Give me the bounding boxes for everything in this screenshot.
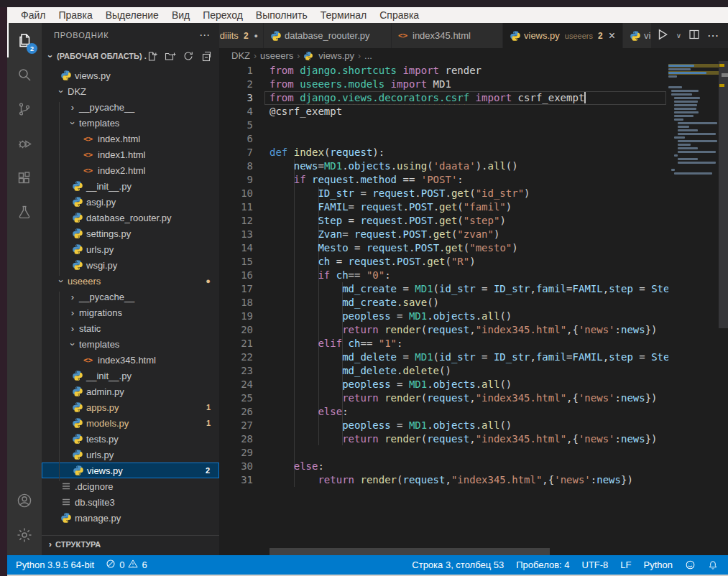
language-mode[interactable]: Python: [644, 559, 673, 570]
tree-item-db-sqlite3[interactable]: db.sqlite3: [42, 494, 219, 510]
tree-item-asgi-py[interactable]: asgi.py: [42, 194, 219, 210]
encoding[interactable]: UTF-8: [582, 559, 609, 570]
breadcrumb-views-py[interactable]: views.py: [303, 50, 354, 61]
code-line-13[interactable]: Zvan= request.POST.get("zvan"): [219, 228, 668, 241]
activity-testing-icon[interactable]: [7, 195, 42, 230]
activity-explorer-icon[interactable]: 2: [7, 23, 42, 57]
tree-item-urls-py[interactable]: urls.py: [42, 241, 219, 257]
tab-database-roouter-py[interactable]: database_roouter.py: [264, 23, 392, 48]
code-line-1[interactable]: from django.shortcuts import render: [219, 64, 668, 78]
tree-item-useeers[interactable]: ›useeers●: [42, 273, 219, 289]
run-python-file-icon[interactable]: [656, 28, 669, 44]
code-line-7[interactable]: def index(request):: [219, 146, 668, 159]
horizontal-scrollbar[interactable]: [269, 548, 550, 555]
code-line-16[interactable]: if ch== "0":: [219, 269, 668, 282]
notifications-bell-icon[interactable]: [708, 560, 718, 570]
code-line-10[interactable]: ID_str = request.POST.get("id_str"): [219, 187, 668, 200]
code-line-14[interactable]: Mesto = request.POST.get("mesto"): [219, 241, 668, 255]
tree-item-migrations[interactable]: ›migrations: [42, 305, 219, 320]
menu-item-правка[interactable]: Правка: [52, 9, 98, 21]
code-line-2[interactable]: from useeers.models import MD1: [219, 78, 668, 91]
code-line-8[interactable]: news=MD1.objects.using('daata').all(): [219, 159, 668, 173]
tree-item-pycache[interactable]: ›__pycache__: [42, 289, 219, 305]
tab-views-py[interactable]: views.pyuseeers2×: [503, 23, 623, 48]
tree-item-settings-py[interactable]: settings.py: [42, 226, 219, 241]
tree-item-manage-py[interactable]: manage.py: [42, 510, 219, 526]
outline-section-header[interactable]: › СТРУКТУРА: [42, 535, 219, 552]
activity-search-icon[interactable]: [7, 57, 42, 92]
tree-item-tests-py[interactable]: tests.py: [42, 431, 219, 447]
code-line-3[interactable]: from django.views.decorators.csrf import…: [219, 91, 668, 105]
new-folder-icon[interactable]: [165, 50, 176, 62]
code-line-21[interactable]: elif ch== "1":: [219, 337, 668, 350]
new-file-icon[interactable]: [147, 50, 158, 62]
code-line-18[interactable]: md_create.save(): [219, 296, 668, 310]
tree-item-index1-html[interactable]: <>index1.html: [42, 147, 219, 162]
breadcrumb-dkz[interactable]: DKZ: [231, 50, 250, 61]
menu-item-переход[interactable]: Переход: [196, 9, 249, 21]
code-line-31[interactable]: return render(request,"index345.html",{'…: [219, 473, 668, 487]
menu-item-файл[interactable]: Файл: [14, 9, 52, 21]
tree-item-index345-html[interactable]: <>index345.html: [42, 352, 219, 368]
code-line-27[interactable]: peopless = MD1.objects.all(): [219, 419, 668, 432]
activity-source-control-icon[interactable]: [7, 92, 42, 126]
tree-item-init-py[interactable]: __init__.py: [42, 368, 219, 384]
tree-item-templates[interactable]: ›templates: [42, 336, 219, 352]
code-line-19[interactable]: peopless = MD1.objects.all(): [219, 310, 668, 323]
breadcrumb-useeers[interactable]: useeers: [260, 50, 293, 61]
code-line-5[interactable]: [219, 119, 668, 132]
tree-item-dcignore[interactable]: .dcignore: [42, 478, 219, 494]
indentation[interactable]: Пробелов: 4: [516, 559, 569, 570]
code-area[interactable]: 1from django.shortcuts import render2fro…: [219, 63, 668, 555]
cursor-position[interactable]: Строка 3, столбец 53: [412, 559, 504, 570]
tree-item-wsgi-py[interactable]: wsgi.py: [42, 257, 219, 273]
activity-settings-icon[interactable]: [7, 518, 42, 552]
menu-item-терминал[interactable]: Терминал: [314, 9, 373, 21]
menu-item-вид[interactable]: Вид: [165, 9, 196, 21]
vertical-scrollbar[interactable]: [719, 61, 728, 328]
code-line-6[interactable]: [219, 132, 668, 146]
tree-item-dkz[interactable]: ›DKZ: [42, 83, 219, 99]
menu-item-справка[interactable]: Справка: [373, 9, 425, 21]
tree-item-apps-py[interactable]: apps.py1: [42, 399, 219, 415]
tree-item-index-html[interactable]: <>index.html: [42, 131, 219, 147]
minimap[interactable]: [668, 64, 719, 193]
run-dropdown-chevron-icon[interactable]: ∨: [676, 32, 681, 40]
code-line-24[interactable]: peopless = MD1.objects.all(): [219, 378, 668, 391]
tab-index345-html[interactable]: <>index345.html: [392, 23, 503, 48]
code-line-26[interactable]: else:: [219, 405, 668, 419]
code-line-28[interactable]: return render(request,"index345.html",{'…: [219, 432, 668, 446]
code-line-22[interactable]: md_delete = MD1(id_str = ID_str,famil=FA…: [219, 350, 668, 364]
code-line-30[interactable]: else:: [219, 460, 668, 473]
menu-item-выделение[interactable]: Выделение: [99, 9, 165, 21]
menu-item-выполнить[interactable]: Выполнить: [249, 9, 314, 21]
feedback-icon[interactable]: [685, 559, 696, 570]
code-line-4[interactable]: @csrf_exempt: [219, 105, 668, 119]
activity-extensions-icon[interactable]: [7, 161, 42, 195]
code-line-20[interactable]: return render(request,"index345.html",{'…: [219, 323, 668, 337]
more-actions-icon[interactable]: ⋯: [707, 29, 719, 42]
code-line-9[interactable]: if request.method == 'POST':: [219, 173, 668, 187]
tab-diiits[interactable]: diiits2●: [219, 23, 264, 48]
eol[interactable]: LF: [620, 559, 631, 570]
code-line-11[interactable]: FAMIL= request.POST.get("famil"): [219, 200, 668, 214]
tree-item-database-roouter-py[interactable]: database_roouter.py: [42, 210, 219, 226]
code-line-12[interactable]: Step = request.POST.get("step"): [219, 214, 668, 228]
code-line-23[interactable]: md_delete.delete(): [219, 364, 668, 378]
problems-summary[interactable]: 06: [106, 559, 147, 571]
tab-vie[interactable]: vie: [623, 23, 652, 48]
close-icon[interactable]: ×: [609, 30, 615, 42]
tree-item-views-py[interactable]: views.py: [42, 68, 219, 83]
explorer-more-actions-icon[interactable]: ⋯: [199, 29, 211, 42]
tree-item-templates[interactable]: ›templates: [42, 115, 219, 131]
breadcrumb-[interactable]: ...: [364, 50, 372, 61]
python-interpreter[interactable]: Python 3.9.5 64-bit: [16, 559, 94, 570]
activity-run-debug-icon[interactable]: [7, 126, 42, 161]
code-line-25[interactable]: return render(request,"index345.html",{'…: [219, 391, 668, 405]
code-line-15[interactable]: ch = request.POST.get("R"): [219, 255, 668, 269]
tree-item-models-py[interactable]: models.py1: [42, 415, 219, 431]
tree-item-admin-py[interactable]: admin.py: [42, 384, 219, 399]
tree-item-urls-py[interactable]: urls.py: [42, 447, 219, 463]
refresh-icon[interactable]: [183, 50, 194, 62]
split-editor-icon[interactable]: [688, 29, 700, 43]
